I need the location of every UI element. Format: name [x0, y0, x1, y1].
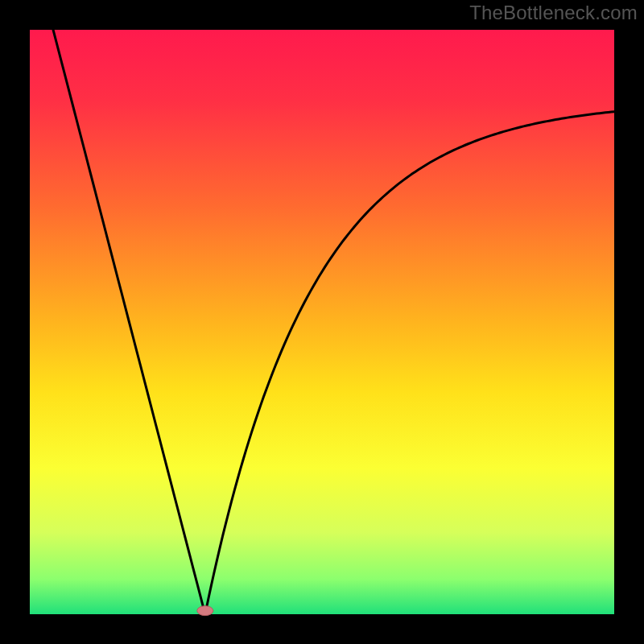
plot-background — [30, 30, 614, 614]
bottleneck-chart — [0, 0, 644, 644]
chart-frame: TheBottleneck.com — [0, 0, 644, 644]
optimum-marker — [197, 606, 213, 616]
watermark-text: TheBottleneck.com — [469, 2, 638, 24]
